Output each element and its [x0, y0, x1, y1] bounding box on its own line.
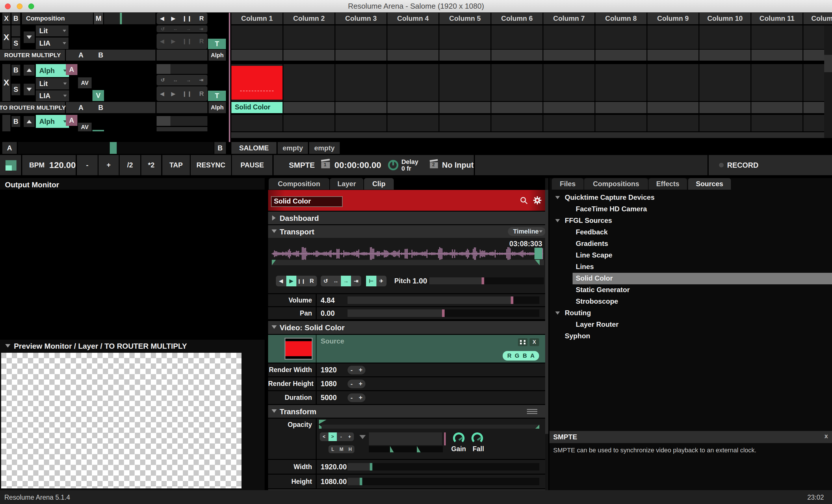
envelope-box[interactable] — [369, 432, 442, 445]
group-torouter-alph[interactable]: Alph — [209, 102, 226, 113]
layer1-thumbnail-button[interactable]: T — [208, 39, 226, 49]
layer3-progress[interactable] — [157, 116, 207, 126]
deck-scrollbar-thumb[interactable] — [824, 55, 832, 72]
g-channel-button[interactable]: G — [515, 353, 519, 359]
clip-label-cell[interactable] — [335, 50, 387, 61]
search-icon[interactable] — [519, 196, 528, 205]
layer2-thumbnail-button[interactable]: T — [208, 91, 226, 101]
clip-label-cell[interactable]: Solid Color — [231, 102, 283, 113]
minus-button[interactable]: - — [350, 380, 353, 388]
clip-label-cell[interactable] — [699, 50, 751, 61]
bpm-div2-button[interactable]: /2 — [120, 155, 140, 175]
layer2-av-badge[interactable]: AV — [78, 77, 92, 88]
dashboard-section-bar[interactable]: Dashboard — [268, 212, 548, 224]
clip-cell[interactable] — [335, 25, 387, 49]
layer1-x-button[interactable]: X — [2, 25, 10, 49]
volume-slider[interactable] — [347, 297, 539, 304]
layer1-collapse-button[interactable] — [24, 31, 35, 43]
layer3-loop-row[interactable] — [157, 127, 207, 131]
clip-cell[interactable] — [335, 64, 387, 101]
clip-label-cell[interactable] — [335, 102, 387, 113]
layer1-transport[interactable]: ◀▶❙❙R — [157, 33, 207, 49]
clip-label-cell[interactable] — [647, 102, 699, 113]
tree-item-syphon[interactable]: Syphon — [549, 331, 832, 342]
clip-name-label[interactable]: Solid Color — [235, 103, 270, 111]
clip-cell[interactable] — [595, 25, 647, 49]
transform-section-bar[interactable]: Transform — [268, 405, 548, 418]
clip-label-cell[interactable] — [491, 50, 543, 61]
clip-panel-scrollbar[interactable] — [545, 178, 548, 490]
layer3-v-badge[interactable] — [93, 130, 104, 131]
timeline-track-marker[interactable] — [272, 260, 276, 265]
column-header[interactable]: Column 12 — [803, 13, 832, 24]
deck-tab-empty1[interactable]: empty — [278, 142, 308, 154]
preview-monitor-header[interactable]: Preview Monitor / Layer / TO ROUTER MULT… — [0, 341, 265, 352]
composition-speed-slider[interactable] — [104, 13, 155, 24]
column-header[interactable]: Column 4 — [387, 13, 439, 24]
column-header[interactable]: Column 6 — [491, 13, 543, 24]
a-channel-button[interactable]: A — [530, 353, 535, 359]
tree-item-solid-color[interactable]: Solid Color — [549, 273, 832, 284]
clip-cell[interactable] — [439, 64, 491, 101]
tree-item-feedback[interactable]: Feedback — [549, 227, 832, 238]
render-height-stepper[interactable]: -+ — [347, 380, 365, 388]
layer2-up-button[interactable] — [24, 65, 35, 76]
layer2-v-badge[interactable]: V — [93, 90, 104, 101]
prev-key-button[interactable]: < — [320, 432, 329, 441]
low-button[interactable]: L — [329, 445, 337, 453]
pan-value[interactable]: 0.00 — [321, 309, 335, 317]
expand-arrow-icon[interactable] — [555, 311, 560, 315]
automation-dropdown[interactable] — [359, 435, 366, 439]
deck-scrollbar[interactable] — [824, 25, 832, 138]
pitch-slider[interactable] — [429, 277, 544, 284]
info-panel-header[interactable]: SMPTE x — [549, 431, 832, 443]
tab-compositions[interactable]: Compositions — [584, 178, 648, 190]
clip-cell[interactable] — [543, 25, 595, 49]
clip-cell[interactable] — [439, 115, 491, 131]
waveform-playhead[interactable] — [535, 248, 542, 259]
clip-label-cell[interactable] — [439, 102, 491, 113]
info-close-button[interactable]: x — [825, 432, 828, 440]
gear-icon[interactable] — [533, 196, 542, 205]
tree-item-layer-router[interactable]: Layer Router — [549, 319, 832, 331]
bpm-mul2-button[interactable]: *2 — [141, 155, 161, 175]
clip-cell[interactable] — [543, 64, 595, 101]
clip-label-cell[interactable] — [751, 50, 803, 61]
key-minus-button[interactable]: - — [337, 432, 345, 441]
tree-item-routing[interactable]: Routing — [549, 307, 832, 319]
minus-button[interactable]: - — [350, 394, 353, 401]
crossfader-b-button[interactable]: B — [214, 142, 226, 154]
tab-clip[interactable]: Clip — [364, 178, 394, 190]
timeline-track[interactable] — [271, 260, 544, 265]
tap-button[interactable]: TAP — [162, 155, 190, 175]
layer2-bypass-button[interactable]: B — [11, 65, 20, 76]
waveform[interactable] — [271, 247, 544, 260]
clip-cell[interactable] — [647, 25, 699, 49]
crossfader-a-button[interactable]: A — [2, 142, 17, 154]
clip-cell[interactable] — [387, 25, 439, 49]
clip-thumbnail-solid-color[interactable] — [231, 66, 283, 100]
height-slider[interactable] — [347, 478, 539, 485]
tab-effects[interactable]: Effects — [649, 178, 687, 190]
r-channel-button[interactable]: R — [507, 353, 511, 359]
pan-slider[interactable] — [347, 309, 539, 317]
loop-button[interactable]: ↺ — [321, 276, 331, 286]
deck-tab-empty2[interactable]: empty — [309, 142, 340, 154]
clip-cell[interactable] — [647, 115, 699, 131]
source-close-button[interactable]: X — [529, 338, 539, 346]
expand-arrow-icon[interactable] — [555, 219, 560, 222]
column-header[interactable]: Column 10 — [699, 13, 751, 24]
layer1-loop-row[interactable]: ↺↔→⇥ — [157, 25, 207, 32]
rgba-buttons[interactable]: RGBA — [503, 351, 539, 361]
menu-icon[interactable] — [527, 409, 537, 410]
width-slider[interactable] — [347, 463, 539, 471]
key-plus-button[interactable]: + — [345, 432, 354, 441]
video-section-bar[interactable]: Video: Solid Color — [268, 321, 548, 334]
expand-arrow-icon[interactable] — [555, 196, 560, 199]
clip-cell[interactable] — [283, 25, 335, 49]
tab-layer[interactable]: Layer — [330, 178, 363, 190]
plus-button[interactable]: + — [359, 394, 363, 401]
column-header[interactable]: Column 11 — [751, 13, 803, 24]
bpm-display[interactable]: BPM 120.00 — [22, 155, 76, 175]
tree-item-stroboscope[interactable]: Stroboscope — [549, 296, 832, 307]
